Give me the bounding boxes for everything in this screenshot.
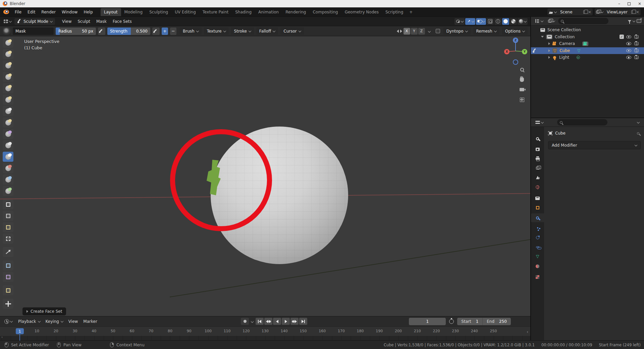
properties-tab-collection[interactable] [531, 194, 544, 203]
add-modifier-button[interactable]: Add Modifier [548, 141, 641, 149]
tool-grab[interactable] [3, 106, 13, 116]
properties-tab-output[interactable] [531, 154, 544, 163]
stopwatch-icon[interactable] [449, 319, 454, 324]
start-frame-field[interactable]: Start 1 [457, 318, 482, 325]
timeline-menu-marker[interactable]: Marker [80, 318, 100, 325]
viewport-menu-mask[interactable]: Mask [93, 18, 110, 25]
properties-search-input[interactable] [557, 119, 607, 126]
wireframe-shading[interactable] [494, 18, 501, 25]
unlink-scene-icon[interactable]: × [588, 10, 591, 14]
properties-tab-modifiers[interactable] [531, 213, 544, 222]
remesh-panel-dropdown[interactable]: Remesh [473, 28, 499, 35]
viewport-menu-sculpt[interactable]: Sculpt [74, 18, 93, 25]
mode-dropdown[interactable]: Sculpt Mode [14, 18, 55, 25]
checkbox-toggle-icon[interactable]: ✓ [620, 35, 624, 39]
tool-mesh-filter[interactable] [3, 260, 13, 270]
properties-tab-scene[interactable] [531, 173, 544, 182]
gizmo-minus-z-axis[interactable] [513, 59, 518, 65]
properties-tab-view-layer[interactable] [531, 164, 544, 172]
disclosure-closed-icon[interactable] [548, 56, 550, 59]
mask-add-button[interactable]: + [162, 28, 168, 35]
current-frame-field[interactable]: 1 [409, 318, 446, 325]
properties-tab-texture[interactable] [531, 272, 544, 281]
properties-tab-object-data[interactable]: ▽ [531, 252, 544, 261]
timeline-editor-type-button[interactable] [3, 318, 14, 325]
xray-toggle[interactable] [487, 18, 494, 25]
gizmos-toggle[interactable]: ↗ [465, 18, 475, 25]
tool-cloth-filter[interactable] [3, 272, 13, 282]
viewport-3d[interactable]: User Perspective (1) Cube ZXY Create Fac… [0, 36, 530, 316]
symmetry-z-button[interactable]: Z [418, 28, 425, 35]
camera-toggle-icon[interactable] [634, 56, 639, 59]
tool-layer[interactable] [3, 83, 13, 93]
timeline-menu-view[interactable]: View [66, 318, 80, 325]
scene-name[interactable]: Scene [558, 10, 582, 14]
menu-render[interactable]: Render [38, 8, 59, 16]
outliner-row-collection[interactable]: Collection✓ [531, 34, 644, 41]
timeline-menu-keying[interactable]: Keying [43, 318, 66, 325]
add-workspace-button[interactable]: + [407, 9, 415, 15]
workspace-tab-shading[interactable]: Shading [232, 8, 255, 16]
eye-toggle-icon[interactable] [626, 56, 631, 59]
menu-help[interactable]: Help [80, 8, 96, 16]
close-button[interactable]: × [638, 2, 641, 6]
orthographic-toggle-icon[interactable] [518, 96, 526, 103]
workspace-tab-scripting[interactable]: Scripting [382, 8, 407, 16]
tool-move[interactable] [3, 299, 13, 309]
menu-file[interactable]: File [12, 8, 24, 16]
strength-pressure-button[interactable] [152, 28, 160, 35]
workspace-tab-rendering[interactable]: Rendering [282, 8, 309, 16]
brush-panel-dropdown[interactable]: Brush [180, 28, 202, 35]
cursor-panel-dropdown[interactable]: Cursor [280, 28, 304, 35]
jump-to-end-button[interactable] [299, 318, 307, 325]
outliner-filter-type-button[interactable] [546, 19, 556, 23]
viewport-menu-face-sets[interactable]: Face Sets [110, 18, 135, 25]
properties-tab-world[interactable] [531, 183, 544, 191]
workspace-tab-compositing[interactable]: Compositing [309, 8, 341, 16]
properties-tab-tool[interactable] [531, 134, 544, 143]
stroke-panel-dropdown[interactable]: Stroke [231, 28, 254, 35]
disclosure-closed-icon[interactable] [548, 49, 550, 52]
outliner-row-camera[interactable]: Camera [531, 40, 644, 47]
gizmo-y-axis[interactable]: Y [522, 49, 527, 54]
end-frame-field[interactable]: End 250 [482, 318, 511, 325]
camera-view-icon[interactable] [518, 86, 526, 93]
navigation-gizmo[interactable]: ZXY [500, 37, 530, 67]
outliner-search-input[interactable] [558, 18, 608, 24]
tool-multires-displacement-eraser[interactable] [3, 174, 13, 185]
texture-panel-dropdown[interactable]: Texture [204, 28, 229, 35]
new-scene-icon[interactable] [583, 10, 586, 14]
properties-tab-material[interactable] [531, 262, 544, 270]
properties-tab-constraints[interactable] [531, 243, 544, 251]
radius-pressure-button[interactable] [98, 28, 105, 35]
workspace-tab-sculpting[interactable]: Sculpting [146, 8, 171, 16]
properties-tab-object[interactable] [531, 203, 544, 212]
brush-thumbnail[interactable] [3, 28, 11, 35]
play-button[interactable] [282, 318, 290, 325]
timeline-ruler[interactable]: 1 ‹ 102030405060708090100110120130140150… [0, 327, 530, 336]
tool-inflate[interactable] [3, 95, 13, 105]
tool-draw-sharp[interactable] [3, 49, 13, 59]
tool-box-trim[interactable] [3, 234, 13, 244]
outliner-display-mode-button[interactable] [534, 18, 545, 24]
outliner-row-scene-collection[interactable]: Scene Collection [531, 27, 644, 34]
workspace-tab-texture-paint[interactable]: Texture Paint [199, 8, 232, 16]
properties-tab-render[interactable] [531, 145, 544, 154]
eye-toggle-icon[interactable] [626, 35, 631, 39]
tool-simulation[interactable] [3, 140, 13, 150]
workspace-tab-geometry-nodes[interactable]: Geometry Nodes [341, 8, 382, 16]
pin-icon[interactable] [637, 132, 639, 135]
tool-flatten[interactable] [3, 117, 13, 128]
minimize-button[interactable]: – [618, 2, 620, 6]
play-reverse-button[interactable] [273, 318, 281, 325]
outliner-row-cube[interactable]: ▽Cube▽ [531, 47, 644, 54]
jump-to-prev-keyframe-button[interactable] [264, 318, 272, 325]
tool-color-filter[interactable] [3, 285, 13, 295]
outliner-row-light[interactable]: Light [531, 54, 644, 61]
zoom-icon[interactable] [518, 66, 526, 73]
dyntopo-panel-dropdown[interactable]: Dyntopo [443, 28, 471, 35]
chevron-down-icon[interactable] [633, 19, 635, 22]
tool-cloth[interactable] [3, 129, 13, 139]
tool-clay-strips[interactable] [3, 72, 13, 82]
maximize-button[interactable] [628, 2, 631, 5]
